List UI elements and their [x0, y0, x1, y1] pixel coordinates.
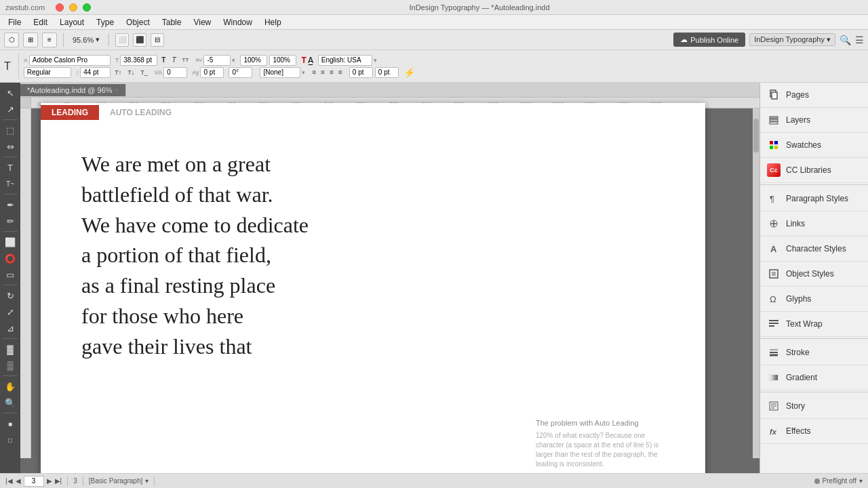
tool-zoom[interactable]: 🔍 — [3, 395, 18, 410]
kerning-input[interactable] — [163, 67, 187, 78]
align-left-button[interactable]: ≡ — [310, 68, 318, 77]
toolbar-view-icon[interactable]: ⬜ — [115, 33, 129, 47]
toolbar-icon-2[interactable]: ⊞ — [23, 33, 38, 47]
tool-rotate[interactable]: ↻ — [3, 288, 18, 303]
tool-direct-select[interactable]: ↗ — [3, 102, 18, 117]
menu-view[interactable]: View — [188, 16, 216, 28]
tool-scale[interactable]: ⤢ — [3, 304, 18, 319]
search-icon[interactable]: 🔍 — [840, 35, 851, 45]
tool-color-stroke[interactable]: □ — [3, 432, 18, 447]
tool-gap[interactable]: ⇔ — [3, 139, 18, 154]
tool-shear[interactable]: ⊿ — [3, 321, 18, 336]
align-input[interactable] — [260, 67, 300, 78]
tool-ellipse[interactable]: ⭕ — [3, 251, 18, 266]
underline2-button[interactable]: T_ — [138, 68, 150, 77]
tool-color-fill[interactable]: ■ — [3, 416, 18, 431]
panel-item-story[interactable]: Story — [760, 394, 868, 419]
maximize-button[interactable] — [83, 3, 91, 12]
menu-layout[interactable]: Layout — [54, 16, 90, 28]
toolbar-icon-3[interactable]: ≡ — [42, 33, 57, 47]
tool-pen[interactable]: ✒ — [3, 197, 18, 212]
vertical-scrollbar[interactable] — [753, 108, 760, 458]
panel-item-stroke[interactable]: Stroke — [760, 340, 868, 365]
next-page-button[interactable]: ▶ — [47, 477, 52, 485]
tool-select[interactable]: ↖ — [3, 85, 18, 100]
preflight-status[interactable]: Preflight off ▾ — [814, 477, 863, 485]
col-width-input[interactable] — [375, 67, 399, 78]
page-number-input[interactable] — [24, 476, 44, 487]
panel-icon[interactable]: ☰ — [855, 35, 864, 45]
tool-rect[interactable]: ▭ — [3, 267, 18, 282]
tool-type2[interactable]: T~ — [3, 176, 18, 191]
text-color-button[interactable]: T — [301, 56, 306, 65]
caps-button[interactable]: TT — [180, 56, 191, 64]
scrollbar-thumb[interactable] — [753, 119, 759, 152]
bold-button[interactable]: T — [159, 56, 167, 64]
close-button[interactable] — [56, 3, 64, 12]
minimize-button[interactable] — [69, 3, 77, 12]
panel-item-swatches[interactable]: Swatches — [760, 133, 868, 158]
tab-close-button[interactable]: × — [115, 87, 119, 94]
baseline-input[interactable] — [200, 67, 224, 78]
type-tool-icon[interactable]: T — [4, 60, 11, 73]
zoom-display[interactable]: 95.6% ▾ — [70, 34, 102, 45]
last-page-button[interactable]: ▶| — [55, 477, 62, 485]
language-input[interactable] — [318, 55, 372, 66]
toolbar-align-icon[interactable]: ⊟ — [151, 33, 164, 47]
superscript-button[interactable]: T↑ — [113, 68, 123, 77]
publish-online-button[interactable]: ☁ Publish Online — [673, 33, 745, 47]
toolbar-frame-icon[interactable]: ⬛ — [133, 33, 146, 47]
menu-help[interactable]: Help — [259, 16, 287, 28]
font-style-input[interactable] — [24, 67, 71, 78]
hscale-input[interactable] — [240, 55, 267, 66]
tool-rect-frame[interactable]: ⬜ — [3, 235, 18, 249]
align-justify-button[interactable]: ≡ — [336, 68, 344, 77]
menu-edit[interactable]: Edit — [28, 16, 53, 28]
tool-page[interactable]: ⬚ — [3, 123, 18, 138]
panel-item-layers[interactable]: Layers — [760, 108, 868, 133]
workspace-selector[interactable]: InDesign Typography ▾ — [749, 33, 835, 46]
tab-auto-leading[interactable]: AUTO LEADING — [99, 105, 182, 120]
panel-item-object-styles[interactable]: Object Styles — [760, 262, 868, 287]
panel-item-glyphs[interactable]: Ω Glyphs — [760, 287, 868, 312]
skew-input[interactable] — [229, 67, 252, 78]
col-gutter-input[interactable] — [349, 67, 373, 78]
tracking-input[interactable] — [203, 55, 231, 66]
font-name-input[interactable] — [29, 55, 111, 66]
font-size-input[interactable] — [120, 55, 157, 66]
first-page-button[interactable]: |◀ — [5, 477, 13, 485]
panel-item-effects[interactable]: fx Effects — [760, 419, 868, 444]
tool-hand[interactable]: ✋ — [3, 379, 18, 394]
align-right-button[interactable]: ≡ — [328, 68, 336, 77]
vscale-input[interactable] — [269, 55, 296, 66]
menu-file[interactable]: File — [3, 16, 26, 28]
tool-pencil[interactable]: ✏ — [3, 214, 18, 228]
tool-gradient-swatch[interactable]: ▒ — [3, 358, 18, 373]
panel-item-text-wrap[interactable]: Text Wrap — [760, 312, 868, 337]
menu-type[interactable]: Type — [91, 16, 119, 28]
align-center-button[interactable]: ≡ — [319, 68, 327, 77]
panel-item-pages[interactable]: Pages — [760, 83, 868, 108]
prev-page-button[interactable]: ◀ — [16, 477, 21, 485]
tool-type[interactable]: T — [3, 160, 18, 175]
doc-tab-active[interactable]: *Autoleading.indd @ 96% × — [20, 84, 126, 96]
style-display[interactable]: [Basic Paragraph] ▾ — [89, 477, 149, 485]
panel-item-links[interactable]: Links — [760, 211, 868, 237]
leading-input[interactable] — [80, 67, 111, 78]
menu-object[interactable]: Object — [121, 16, 155, 28]
ctrl-sep-0 — [18, 54, 19, 79]
toolbar-icon-1[interactable]: ⬡ — [4, 33, 19, 47]
subscript-button[interactable]: T↓ — [125, 68, 136, 77]
tab-leading[interactable]: LEADING — [41, 105, 99, 120]
italic-button[interactable]: T — [170, 56, 178, 64]
lighting-icon[interactable]: ⚡ — [403, 67, 415, 78]
panel-item-cc-libraries[interactable]: Cc CC Libraries — [760, 158, 868, 183]
panel-item-character-styles[interactable]: A Character Styles — [760, 237, 868, 262]
menu-window[interactable]: Window — [218, 16, 258, 28]
tool-gradient[interactable]: ▓ — [3, 342, 18, 357]
panel-item-gradient[interactable]: Gradient — [760, 365, 868, 390]
menu-table[interactable]: Table — [157, 16, 187, 28]
underline-button[interactable]: A̲ — [308, 56, 313, 65]
panel-item-paragraph-styles[interactable]: ¶ Paragraph Styles — [760, 186, 868, 211]
stroke-icon — [767, 346, 781, 359]
